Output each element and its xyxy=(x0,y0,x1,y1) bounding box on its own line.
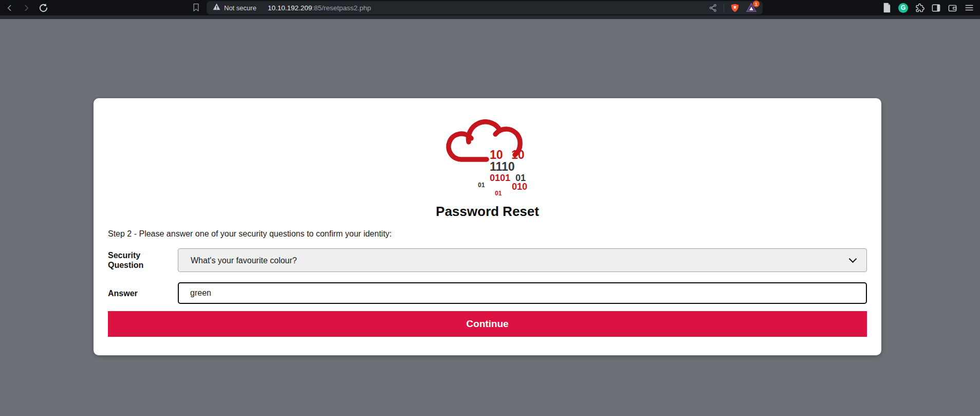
answer-label: Answer xyxy=(108,288,178,298)
page-background: 10 10 1110 0101 01 01 010 01 Password Re… xyxy=(0,19,980,416)
security-question-select[interactable]: What's your favourite colour? xyxy=(178,248,867,272)
password-reset-card: 10 10 1110 0101 01 01 010 01 Password Re… xyxy=(94,98,881,355)
site-security-status[interactable]: Not secure xyxy=(213,3,256,12)
continue-button[interactable]: Continue xyxy=(108,311,867,337)
brave-shield-icon xyxy=(730,3,739,13)
logo-digits: 01 xyxy=(495,190,502,197)
puzzle-icon xyxy=(915,3,924,13)
back-button[interactable] xyxy=(4,3,14,13)
reload-button[interactable] xyxy=(38,3,48,13)
answer-row: Answer xyxy=(108,282,867,304)
sidebar-panel-icon xyxy=(931,3,941,13)
url-path: :85/resetpass2.php xyxy=(312,4,371,12)
brave-shield-button[interactable] xyxy=(730,3,740,13)
brave-rewards-button[interactable]: 1 xyxy=(746,3,756,13)
rewards-badge: 1 xyxy=(753,1,760,7)
logo-digits: 0101 xyxy=(490,173,510,183)
logo-digits: 01 xyxy=(478,182,485,189)
page-title: Password Reset xyxy=(94,203,881,220)
extensions-button[interactable] xyxy=(914,3,925,13)
security-question-field-wrap: What's your favourite colour? xyxy=(178,248,867,272)
grammarly-extension-button[interactable]: G xyxy=(898,3,909,13)
answer-input[interactable] xyxy=(178,282,867,304)
toolbar-bottom-strip xyxy=(0,15,980,19)
document-icon xyxy=(882,3,891,13)
share-button[interactable] xyxy=(708,3,718,13)
forward-icon xyxy=(22,4,31,12)
grammarly-icon: G xyxy=(898,3,908,13)
hamburger-menu-icon xyxy=(965,4,974,12)
browser-toolbar: Not secure 10.10.192.209:85/resetpass2.p… xyxy=(0,0,980,15)
menu-button[interactable] xyxy=(964,3,974,13)
warning-triangle-icon xyxy=(213,3,220,12)
address-bar[interactable]: Not secure 10.10.192.209:85/resetpass2.p… xyxy=(207,1,763,14)
bookmark-icon[interactable] xyxy=(192,3,200,13)
reading-list-button[interactable] xyxy=(881,3,892,13)
answer-field-wrap xyxy=(178,282,867,304)
browser-nav-group xyxy=(4,0,48,15)
security-question-label: Security Question xyxy=(108,250,178,270)
not-secure-label: Not secure xyxy=(224,4,256,12)
wallet-button[interactable] xyxy=(947,3,958,13)
security-question-row: Security Question What's your favourite … xyxy=(108,248,867,272)
step-instruction: Step 2 - Please answer one of your secur… xyxy=(108,229,867,239)
back-icon xyxy=(5,4,14,12)
urlbar-divider xyxy=(724,4,724,12)
url-text: 10.10.192.209:85/resetpass2.php xyxy=(268,4,371,12)
sidebar-button[interactable] xyxy=(931,3,941,13)
url-host: 10.10.192.209 xyxy=(268,4,312,12)
logo-digits: 1110 xyxy=(490,160,515,173)
forward-button[interactable] xyxy=(21,3,31,13)
reload-icon xyxy=(39,3,48,13)
logo-digits: 010 xyxy=(512,182,527,192)
cloud-binary-logo: 10 10 1110 0101 01 01 010 01 xyxy=(442,110,533,197)
wallet-icon xyxy=(948,3,957,13)
urlbar-actions: 1 xyxy=(708,3,756,13)
toolbar-right-icons: G xyxy=(881,0,974,15)
share-icon xyxy=(709,4,717,12)
